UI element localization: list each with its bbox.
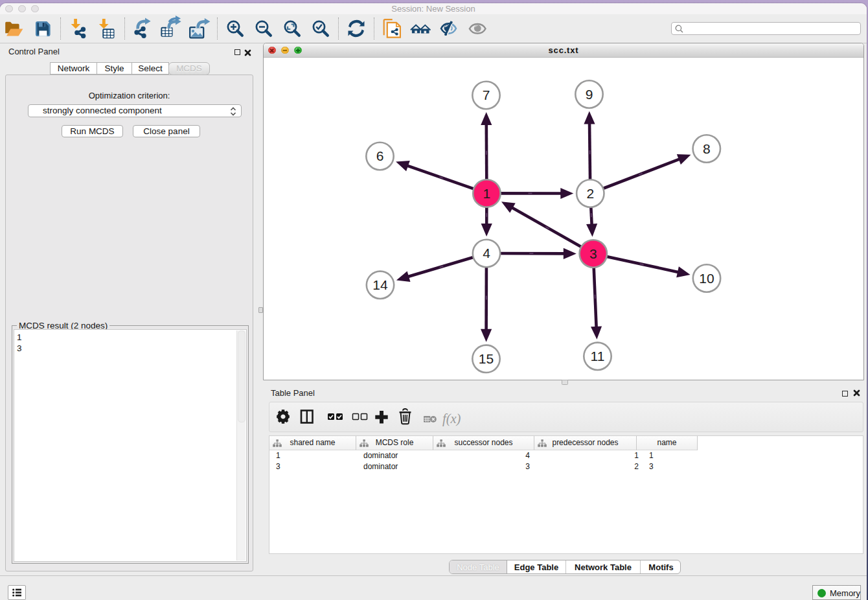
svg-text:2: 2 (586, 186, 594, 201)
svg-text:4: 4 (483, 246, 490, 260)
svg-text:15: 15 (479, 351, 494, 366)
svg-text:8: 8 (703, 141, 711, 156)
svg-text:10: 10 (699, 271, 714, 286)
svg-text:f(x): f(x) (442, 411, 461, 426)
svg-text:11: 11 (591, 349, 605, 363)
svg-text:9: 9 (586, 87, 593, 102)
svg-text:3: 3 (589, 246, 597, 261)
svg-text:14: 14 (372, 277, 388, 292)
svg-text:1: 1 (483, 186, 491, 201)
svg-text:6: 6 (376, 148, 384, 163)
svg-text:7: 7 (483, 87, 490, 102)
